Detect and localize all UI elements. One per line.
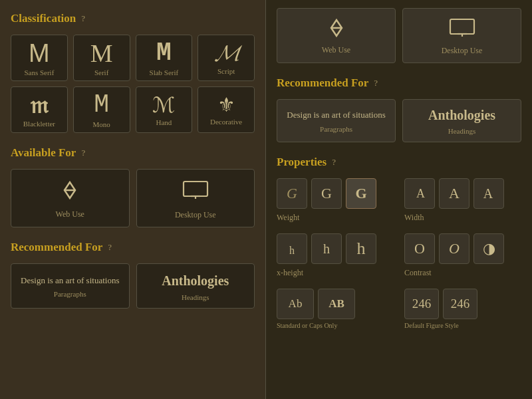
font-tile-serif[interactable]: M Serif <box>73 35 130 81</box>
xheight-group: h h h x-height <box>277 233 394 278</box>
paragraphs-text-left: Design is an art of situations <box>21 275 119 287</box>
recommended-grid-left: Design is an art of situations Paragraph… <box>11 263 255 309</box>
font-tile-sans-serif[interactable]: M Sans Serif <box>11 35 68 81</box>
paragraphs-tile-right[interactable]: Design is an art of situations Paragraph… <box>277 99 396 142</box>
web-use-icon-right <box>325 19 348 40</box>
contrast-label: Contrast <box>404 268 432 278</box>
web-use-tile-left[interactable]: Web Use <box>11 169 130 227</box>
caps-group: Ab AB Standard or Caps Only <box>277 289 394 329</box>
desktop-use-icon-left <box>182 180 209 205</box>
xheight-tile-mid[interactable]: h <box>311 233 342 264</box>
available-grid: Web Use Desktop Use <box>11 169 255 227</box>
headings-text-right: Anthologies <box>428 108 495 123</box>
figure-tiles: 246 246 <box>404 289 477 319</box>
serif-letter: M <box>90 41 113 66</box>
web-use-label-right: Web Use <box>322 45 350 55</box>
desktop-use-label-right: Desktop Use <box>442 46 483 56</box>
recommended-help-left[interactable]: ? <box>108 242 112 253</box>
font-tile-slab-serif[interactable]: M Slab Serif <box>136 35 193 81</box>
script-letter: 𝓜 <box>215 42 238 65</box>
web-use-label-left: Web Use <box>56 209 84 219</box>
headings-tile-right[interactable]: Anthologies Headings <box>402 99 521 142</box>
web-use-tile-right[interactable]: Web Use <box>277 8 396 63</box>
available-grid-right: Web Use Desktop Use <box>277 8 521 63</box>
paragraphs-text-right: Design is an art of situations <box>287 110 385 121</box>
xheight-tile-low[interactable]: h <box>277 233 307 264</box>
properties-title: Properties <box>277 156 327 169</box>
left-panel: Classification ? M Sans Serif M Serif M … <box>0 0 266 399</box>
classification-help[interactable]: ? <box>81 13 85 24</box>
classification-section-title: Classification ? <box>11 12 255 25</box>
paragraphs-tile-left[interactable]: Design is an art of situations Paragraph… <box>11 263 130 309</box>
xheight-tile-high[interactable]: h <box>346 233 376 264</box>
properties-section-title: Properties ? <box>277 156 521 169</box>
svg-rect-2 <box>184 182 207 196</box>
font-tile-mono[interactable]: M Mono <box>73 86 130 133</box>
recommended-help-right[interactable]: ? <box>374 78 378 88</box>
sans-serif-letter: M <box>29 41 50 66</box>
figure-tile-1[interactable]: 246 <box>404 289 439 319</box>
weight-tile-light[interactable]: G <box>277 178 307 209</box>
available-help[interactable]: ? <box>81 148 85 158</box>
width-tile-condensed[interactable]: A <box>404 178 435 209</box>
mono-letter: M <box>94 92 109 118</box>
recommended-grid-right: Design is an art of situations Paragraph… <box>277 99 521 142</box>
font-tile-hand[interactable]: ℳ Hand <box>136 86 193 133</box>
weight-label: Weight <box>277 213 299 223</box>
slab-serif-label: Slab Serif <box>150 68 179 76</box>
recommended-section-title-right: Recommended For ? <box>277 76 521 90</box>
classification-title: Classification <box>11 12 76 25</box>
slab-serif-letter: M <box>156 41 172 66</box>
weight-tile-regular[interactable]: G <box>311 178 342 209</box>
figure-label: Default Figure Style <box>404 322 459 329</box>
font-tile-blackletter[interactable]: 𝔪 Blackletter <box>11 86 68 133</box>
web-use-icon-left <box>58 181 82 204</box>
contrast-tiles: O O ◑ <box>404 233 504 264</box>
recommended-title-right: Recommended For <box>277 76 368 90</box>
desktop-use-label-left: Desktop Use <box>175 210 216 220</box>
weight-width-group: G G G Weight A A A Width <box>277 178 521 223</box>
headings-tile-left[interactable]: Anthologies Headings <box>136 263 255 309</box>
figure-group: 246 246 Default Figure Style <box>404 289 521 329</box>
figure-tile-2[interactable]: 246 <box>443 289 477 319</box>
script-label: Script <box>217 67 235 75</box>
caps-label: Standard or Caps Only <box>277 322 337 329</box>
paragraphs-label-left: Paragraphs <box>54 290 86 298</box>
contrast-tile-mid[interactable]: O <box>439 233 469 264</box>
right-panel: Web Use Desktop Use Recommended For ? De… <box>266 0 532 399</box>
mono-label: Mono <box>92 120 110 128</box>
paragraphs-label-right: Paragraphs <box>320 125 352 133</box>
hand-label: Hand <box>156 118 172 126</box>
recommended-section-title-left: Recommended For ? <box>11 241 255 254</box>
caps-tile-all[interactable]: AB <box>318 289 355 319</box>
font-tile-decorative[interactable]: ⚜ Decorative <box>198 86 255 133</box>
desktop-use-tile-right[interactable]: Desktop Use <box>402 8 521 63</box>
caps-tiles: Ab AB <box>277 289 355 319</box>
width-tile-regular[interactable]: A <box>439 178 469 209</box>
classification-grid: M Sans Serif M Serif M Slab Serif 𝓜 Scri… <box>11 35 255 133</box>
width-group: A A A Width <box>404 178 521 223</box>
headings-label-left: Headings <box>182 293 209 301</box>
blackletter-letter: 𝔪 <box>30 93 48 117</box>
properties-help[interactable]: ? <box>332 157 336 168</box>
headings-label-right: Headings <box>448 127 476 135</box>
blackletter-label: Blackletter <box>23 120 55 128</box>
hand-letter: ℳ <box>152 94 175 116</box>
recommended-title-left: Recommended For <box>11 241 102 254</box>
contrast-group: O O ◑ Contrast <box>404 233 521 278</box>
desktop-use-icon-right <box>449 18 475 41</box>
xheight-tiles: h h h <box>277 233 376 264</box>
contrast-tile-none[interactable]: O <box>404 233 435 264</box>
weight-tiles: G G G <box>277 178 376 209</box>
caps-tile-mixed[interactable]: Ab <box>277 289 314 319</box>
contrast-tile-high[interactable]: ◑ <box>473 233 504 264</box>
width-tile-wide[interactable]: A <box>473 178 504 209</box>
desktop-use-tile-left[interactable]: Desktop Use <box>136 169 255 227</box>
serif-label: Serif <box>94 68 108 76</box>
decorative-letter: ⚜ <box>217 95 235 115</box>
caps-figure-group: Ab AB Standard or Caps Only 246 246 Defa… <box>277 289 521 329</box>
weight-tile-bold[interactable]: G <box>346 178 376 209</box>
decorative-label: Decorative <box>210 118 242 126</box>
font-tile-script[interactable]: 𝓜 Script <box>198 35 255 81</box>
width-tiles: A A A <box>404 178 504 209</box>
